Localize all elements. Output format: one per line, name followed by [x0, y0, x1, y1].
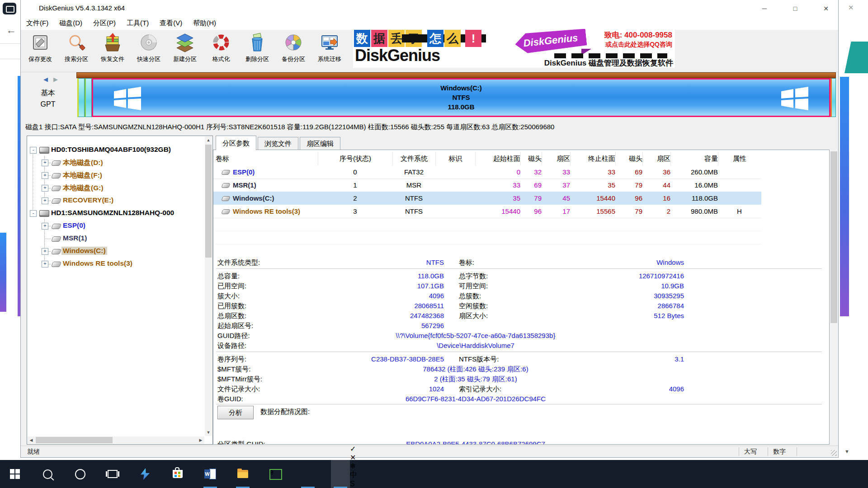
taskbar-search-button[interactable]: [38, 460, 57, 488]
tree-item-windows-re[interactable]: + Windows RE tools(3): [27, 258, 212, 270]
expand-icon[interactable]: +: [42, 172, 48, 179]
background-tab-icon[interactable]: [3, 3, 16, 14]
menu-tools[interactable]: 工具(T): [121, 17, 154, 29]
promo-banner[interactable]: 数 据 丢 了 怎 么 ! DiskGenius DiskGenius 致电: …: [353, 29, 675, 68]
diskgenius-taskbar-button[interactable]: [331, 460, 350, 488]
expand-icon[interactable]: +: [42, 223, 48, 230]
search-partition-button[interactable]: 搜索分区: [59, 31, 94, 70]
esp-partition-strip[interactable]: [77, 78, 85, 117]
tree-item-hd1[interactable]: - HD1:SAMSUNGMZNLN128HAHQ-000: [27, 207, 212, 219]
store-button[interactable]: [168, 460, 187, 488]
scroll-thumb[interactable]: [36, 437, 113, 443]
tree-item-local-d[interactable]: + 本地磁盘(D:): [27, 157, 212, 169]
system-migrate-button[interactable]: 系统迁移: [312, 31, 347, 70]
tree-item-esp[interactable]: + ESP(0): [27, 220, 212, 232]
windows-c-partition-block[interactable]: Windows(C:) NTFS 118.0GB: [92, 78, 830, 117]
format-button[interactable]: 格式化: [203, 31, 239, 70]
col-attributes[interactable]: 属性: [718, 152, 761, 165]
scroll-thumb[interactable]: [205, 145, 212, 258]
next-disk-icon[interactable]: ▶: [53, 76, 58, 83]
analyze-button[interactable]: 分析: [217, 406, 254, 419]
menu-help[interactable]: 帮助(H): [188, 17, 222, 29]
disk-icon: [39, 210, 49, 217]
tray-ime-indicator[interactable]: 中: [350, 470, 378, 480]
recovery-partition-strip[interactable]: [830, 78, 836, 117]
banner-qq-link[interactable]: 或点击此处选择QQ咨询: [552, 41, 672, 49]
scroll-right-icon[interactable]: ▶: [197, 436, 204, 444]
close-button[interactable]: ✕: [816, 2, 836, 15]
col-end-cylinder[interactable]: 终止柱面: [570, 152, 615, 165]
tray-snowflake-icon[interactable]: ❄: [350, 462, 378, 470]
scroll-up-icon[interactable]: ▲: [205, 136, 212, 144]
col-end-sector[interactable]: 扇区: [642, 152, 670, 165]
col-filesystem[interactable]: 文件系统: [392, 152, 435, 165]
col-start-head[interactable]: 磁头: [520, 152, 542, 165]
back-arrow-icon[interactable]: ←: [6, 24, 16, 36]
tab-browse-files[interactable]: 浏览文件: [258, 137, 298, 150]
resize-grip[interactable]: [831, 450, 837, 456]
menu-disk[interactable]: 磁盘(D): [54, 17, 88, 29]
edge-button[interactable]: [298, 460, 317, 488]
expand-icon[interactable]: +: [42, 261, 48, 267]
menu-partition[interactable]: 分区(P): [88, 17, 121, 29]
save-changes-button[interactable]: 保存更改: [23, 31, 58, 70]
partition-row-windows-re[interactable]: Windows RE tools(3) 3 NTFS 15440 96 17 1…: [213, 205, 761, 218]
expand-icon[interactable]: +: [42, 197, 48, 204]
col-identifier[interactable]: 标识: [435, 152, 475, 165]
prev-disk-icon[interactable]: ◀: [43, 76, 48, 83]
tab-sector-edit[interactable]: 扇区编辑: [300, 137, 340, 150]
col-capacity[interactable]: 容量: [670, 152, 718, 165]
col-start-sector[interactable]: 扇区: [542, 152, 570, 165]
tree-item-recovery-e[interactable]: + RECOVERY(E:): [27, 195, 212, 206]
flash-app-button[interactable]: [136, 460, 155, 488]
partition-row-msr[interactable]: MSR(1) 1 MSR 33 69 37 35 79 44 16.0MB: [213, 178, 761, 192]
col-index-status[interactable]: 序号(状态): [318, 152, 392, 165]
internet-explorer-button[interactable]: e: [266, 460, 285, 488]
partition-row-esp[interactable]: ESP(0) 0 FAT32 0 32 33 33 69 36 260.0MB: [213, 165, 761, 179]
expand-icon[interactable]: +: [42, 185, 48, 192]
word-icon: W: [204, 469, 216, 479]
new-partition-button[interactable]: 新建分区: [167, 31, 203, 70]
collapse-icon[interactable]: -: [30, 147, 37, 154]
tree-item-hd0[interactable]: - HD0:TOSHIBAMQ04ABF100(932GB): [27, 144, 212, 156]
tree-horizontal-scrollbar[interactable]: ◀ ▶: [28, 436, 204, 444]
partition-row-windows-c-selected[interactable]: Windows(C:) 2 NTFS 35 79 45 15440 96 16 …: [213, 192, 761, 205]
minimize-button[interactable]: ─: [754, 2, 775, 15]
tray-sogou-icon[interactable]: S: [350, 480, 378, 488]
col-start-cylinder[interactable]: 起始柱面: [475, 152, 520, 165]
tree-item-local-f[interactable]: + 本地磁盘(F:): [27, 169, 212, 181]
tree-item-local-g[interactable]: + 本地磁盘(G:): [27, 182, 212, 194]
col-volume-label[interactable]: 卷标: [216, 152, 318, 165]
col-end-head[interactable]: 磁头: [615, 152, 642, 165]
collapse-icon[interactable]: -: [30, 210, 37, 217]
task-view-button[interactable]: [103, 460, 122, 488]
save-changes-icon: [30, 33, 50, 52]
msr-partition-strip[interactable]: [85, 78, 92, 117]
expand-icon[interactable]: +: [42, 248, 48, 255]
desktop-caret-icon[interactable]: ▼: [844, 449, 849, 454]
start-button[interactable]: [5, 460, 24, 488]
tree-vertical-scrollbar[interactable]: ▲ ▼: [205, 136, 212, 436]
menu-view[interactable]: 查看(V): [154, 17, 188, 29]
expand-icon[interactable]: +: [42, 160, 48, 166]
scroll-down-icon[interactable]: ▼: [205, 429, 212, 436]
recover-files-button[interactable]: 恢复文件: [95, 31, 130, 70]
background-close-icon[interactable]: ✕: [848, 4, 854, 12]
maximize-button[interactable]: □: [785, 2, 806, 15]
menu-file[interactable]: 文件(F): [21, 17, 54, 29]
quick-partition-button[interactable]: 快速分区: [131, 31, 166, 70]
tray-defender-icon[interactable]: ✕: [350, 453, 378, 462]
cortana-button[interactable]: [71, 460, 90, 488]
tray-checklist-icon[interactable]: ✓: [350, 445, 378, 453]
scroll-thumb[interactable]: [830, 151, 837, 323]
detail-row: 文件记录大小:1024 索引记录大小:4096: [213, 384, 711, 394]
delete-partition-button[interactable]: 删除分区: [240, 31, 275, 70]
scroll-left-icon[interactable]: ◀: [28, 436, 35, 444]
file-explorer-button[interactable]: [233, 460, 252, 488]
tree-item-msr[interactable]: MSR(1): [27, 233, 212, 244]
main-vertical-scrollbar[interactable]: [830, 150, 838, 445]
word-button[interactable]: W: [201, 460, 220, 488]
tree-item-windows-c[interactable]: + Windows(C:): [27, 245, 212, 257]
tab-partition-params[interactable]: 分区参数: [216, 136, 256, 150]
backup-partition-button[interactable]: 备份分区: [276, 31, 311, 70]
